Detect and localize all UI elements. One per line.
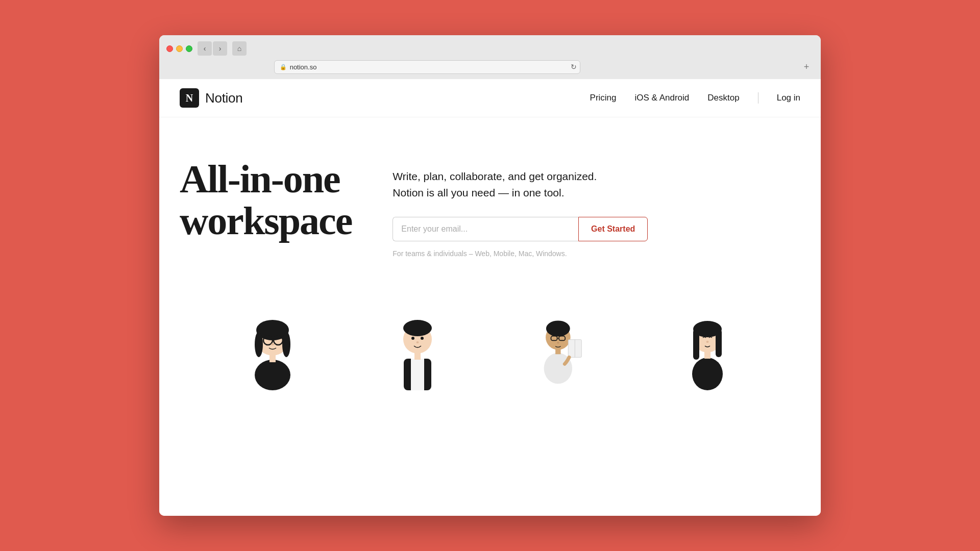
character-2 [377, 288, 458, 390]
svg-rect-11 [411, 359, 424, 390]
email-input[interactable] [393, 217, 578, 241]
character-3 [522, 288, 603, 390]
svg-point-15 [421, 337, 424, 340]
nav-buttons: ‹ › [198, 41, 227, 56]
lock-icon: 🔒 [280, 64, 287, 70]
forward-button[interactable]: › [213, 41, 227, 56]
nav-links: Pricing iOS & Android Desktop Log in [590, 92, 800, 104]
nav-divider [758, 92, 758, 104]
forward-icon: › [219, 44, 222, 53]
svg-rect-17 [414, 353, 421, 360]
hero-right: Write, plan, collaborate, and get organi… [393, 158, 800, 258]
logo-letter: N [186, 92, 193, 104]
svg-rect-34 [704, 352, 710, 359]
brand-logo-link[interactable]: N Notion [180, 88, 242, 108]
character-1 [232, 288, 313, 390]
login-link[interactable]: Log in [777, 93, 800, 103]
email-form: Get Started [393, 217, 648, 241]
back-button[interactable]: ‹ [198, 41, 212, 56]
home-button[interactable]: ⌂ [232, 41, 247, 56]
nav-link-ios-android[interactable]: iOS & Android [635, 93, 690, 103]
svg-point-28 [692, 358, 723, 390]
traffic-lights [166, 45, 192, 52]
reload-button[interactable]: ↻ [571, 63, 577, 71]
svg-rect-32 [716, 329, 722, 357]
hero-subtitle-line1: Write, plan, collaborate, and get organi… [393, 170, 597, 182]
hero-section: All-in-one workspace Write, plan, collab… [159, 117, 821, 278]
hero-title-line1: All-in-one [180, 157, 340, 201]
hero-title: All-in-one workspace [180, 158, 352, 242]
svg-point-16 [416, 341, 419, 343]
character-4 [667, 288, 748, 390]
characters-section [159, 278, 821, 390]
nav-link-pricing[interactable]: Pricing [590, 93, 617, 103]
svg-point-3 [255, 332, 263, 357]
svg-point-0 [255, 360, 290, 390]
brand-name: Notion [205, 90, 242, 106]
desktop-background: ‹ › ⌂ 🔒 notion.so ↻ + [0, 0, 980, 551]
svg-point-24 [557, 342, 559, 343]
svg-point-33 [706, 341, 709, 343]
notion-logo: N [180, 88, 199, 108]
back-icon: ‹ [204, 44, 206, 53]
svg-point-14 [411, 337, 414, 340]
hero-title-line2: workspace [180, 198, 352, 243]
svg-rect-31 [693, 329, 699, 360]
svg-point-13 [403, 320, 432, 336]
svg-point-8 [271, 343, 274, 345]
minimize-button[interactable] [176, 45, 183, 52]
navbar: N Notion Pricing iOS & Android Desktop L… [159, 79, 821, 117]
hero-subtitle-line2: Notion is all you need — in one tool. [393, 187, 564, 198]
new-tab-button[interactable]: + [799, 60, 814, 74]
hero-left: All-in-one workspace [180, 158, 352, 242]
svg-rect-9 [270, 355, 276, 362]
hero-subtitle: Write, plan, collaborate, and get organi… [393, 168, 627, 201]
platforms-text: For teams & individuals – Web, Mobile, M… [393, 249, 800, 258]
maximize-button[interactable] [186, 45, 192, 52]
home-icon: ⌂ [237, 44, 241, 53]
url-text: notion.so [290, 63, 317, 71]
svg-point-20 [546, 320, 570, 336]
nav-link-desktop[interactable]: Desktop [707, 93, 739, 103]
svg-rect-25 [555, 349, 560, 354]
browser-window: ‹ › ⌂ 🔒 notion.so ↻ + [159, 35, 821, 516]
browser-chrome: ‹ › ⌂ 🔒 notion.so ↻ + [159, 35, 821, 79]
svg-point-4 [282, 332, 290, 357]
close-button[interactable] [166, 45, 173, 52]
browser-titlebar: ‹ › ⌂ [159, 35, 821, 60]
address-bar[interactable]: 🔒 notion.so ↻ [274, 60, 580, 74]
address-bar-row: 🔒 notion.so ↻ + [159, 60, 821, 79]
get-started-button[interactable]: Get Started [578, 217, 648, 241]
website-content: N Notion Pricing iOS & Android Desktop L… [159, 79, 821, 516]
